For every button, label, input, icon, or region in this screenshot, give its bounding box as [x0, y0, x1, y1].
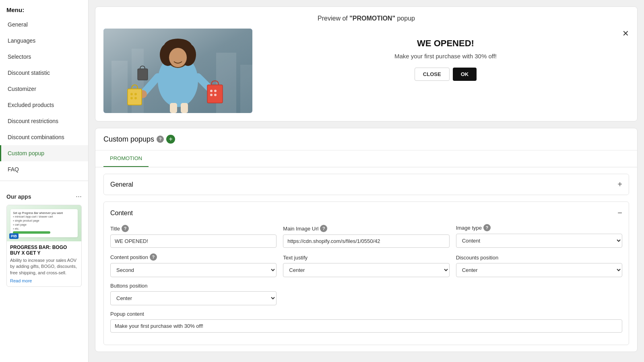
- content-position-group: Content position ? First Second Third: [110, 253, 277, 277]
- form-row-4: Popup content: [110, 311, 622, 333]
- title-label: Title ?: [110, 225, 277, 232]
- content-position-help-icon[interactable]: ?: [150, 253, 157, 261]
- section-title: Custom popups: [103, 135, 154, 144]
- preview-text-panel: ✕ WE OPENED! Make your first purchase wi…: [262, 29, 629, 81]
- custom-popups-section: Custom popups ? + PROMOTION General + Co…: [95, 128, 638, 352]
- main-image-url-label: Main Image Url ?: [283, 225, 449, 232]
- svg-point-22: [210, 90, 213, 92]
- app-name: PROGRESS BAR: BOGO BUY X GET Y: [10, 245, 78, 256]
- svg-rect-27: [170, 103, 177, 113]
- sidebar-item-general[interactable]: General: [0, 16, 88, 33]
- svg-rect-26: [138, 69, 148, 80]
- sidebar-divider: [0, 181, 88, 181]
- app-description: Ability to increase your sales AOV by ad…: [10, 257, 78, 276]
- image-type-select[interactable]: Content Background None: [456, 234, 622, 248]
- general-section-title: General: [110, 181, 133, 188]
- svg-rect-4: [240, 65, 252, 113]
- add-popup-button[interactable]: +: [166, 135, 175, 144]
- svg-rect-16: [128, 89, 142, 105]
- content-section-header: Content −: [110, 208, 622, 218]
- preview-close-x-button[interactable]: ✕: [622, 29, 629, 38]
- sidebar-item-faq[interactable]: FAQ: [0, 161, 88, 177]
- buttons-position-label: Buttons position: [110, 283, 277, 289]
- sidebar-item-discount-statistic[interactable]: Discount statistic: [0, 65, 88, 81]
- svg-point-23: [214, 90, 217, 92]
- content-section: Content − Title ? Main Image Url ?: [103, 202, 629, 345]
- svg-point-19: [130, 97, 133, 99]
- app-illustration: Set up Progress Bar wherever you want • …: [10, 209, 78, 237]
- main-content: Preview of "PROMOTION" popup: [89, 0, 644, 362]
- tab-promotion[interactable]: PROMOTION: [103, 150, 149, 167]
- general-expand-icon[interactable]: +: [617, 180, 622, 189]
- title-input[interactable]: [110, 234, 277, 248]
- image-type-label: Image type ?: [456, 224, 622, 231]
- form-row-2: Content position ? First Second Third Te…: [110, 253, 622, 277]
- preview-popup-subtitle: Make your first purchase with 30% off!: [262, 53, 629, 60]
- menu-label: Menu:: [0, 0, 88, 16]
- content-position-select[interactable]: First Second Third: [110, 263, 277, 277]
- apps-more-button[interactable]: ···: [76, 192, 82, 201]
- sidebar-item-customizer[interactable]: Customizer: [0, 81, 88, 97]
- preview-image: [103, 29, 252, 113]
- form-row-3: Buttons position Left Center Right: [110, 283, 622, 305]
- tabs-container: PROMOTION: [95, 150, 637, 167]
- main-image-url-help-icon[interactable]: ?: [320, 225, 327, 232]
- preview-buttons: CLOSE OK: [262, 68, 629, 81]
- discounts-position-select[interactable]: Left Center Right: [456, 263, 622, 277]
- text-justify-group: Text justify Left Center Right: [283, 255, 449, 277]
- section-help-icon[interactable]: ?: [157, 136, 164, 143]
- our-apps-title: Our apps: [6, 193, 31, 200]
- app-card-image: Set up Progress Bar wherever you want • …: [7, 205, 81, 241]
- svg-point-17: [130, 93, 133, 95]
- sidebar-item-selectors[interactable]: Selectors: [0, 49, 88, 65]
- read-more-link[interactable]: Read more: [10, 278, 78, 283]
- buttons-position-select[interactable]: Left Center Right: [110, 291, 277, 305]
- preview-popup-title: WE OPENED!: [262, 38, 629, 49]
- content-position-label: Content position ?: [110, 253, 277, 261]
- app-card: Set up Progress Bar wherever you want • …: [6, 205, 82, 287]
- our-apps-header: Our apps ···: [6, 192, 82, 201]
- sidebar-item-custom-popup[interactable]: Custom popup: [0, 145, 88, 161]
- sidebar-item-excluded-products[interactable]: Excluded products: [0, 97, 88, 113]
- progress-bar-visual: [13, 231, 50, 234]
- popup-content-label: Popup content: [110, 311, 622, 317]
- text-justify-label: Text justify: [283, 255, 449, 261]
- our-apps-section: Our apps ··· Set up Progress Bar whereve…: [0, 187, 88, 290]
- popup-content-group: Popup content: [110, 311, 622, 333]
- image-type-help-icon[interactable]: ?: [483, 224, 491, 231]
- sidebar-nav: General Languages Selectors Discount sta…: [0, 16, 88, 177]
- pib-badge: PIB: [9, 233, 19, 239]
- sidebar-item-discount-combinations[interactable]: Discount combinations: [0, 129, 88, 145]
- general-section: General +: [103, 174, 629, 195]
- preview-popup-content: WE OPENED! Make your first purchase with…: [262, 29, 629, 81]
- discounts-position-group: Discounts position Left Center Right: [456, 255, 622, 277]
- svg-point-18: [134, 93, 137, 95]
- section-header: Custom popups ? +: [95, 128, 637, 150]
- title-group: Title ?: [110, 225, 277, 248]
- preview-content: ✕ WE OPENED! Make your first purchase wi…: [103, 29, 629, 113]
- svg-rect-28: [181, 103, 188, 113]
- preview-card: Preview of "PROMOTION" popup: [95, 6, 638, 121]
- discounts-position-label: Discounts position: [456, 255, 622, 261]
- sidebar-item-discount-restrictions[interactable]: Discount restrictions: [0, 113, 88, 129]
- svg-point-11: [169, 48, 187, 67]
- content-collapse-icon[interactable]: −: [617, 208, 622, 218]
- svg-point-20: [134, 97, 137, 99]
- svg-rect-1: [111, 61, 128, 113]
- form-row-1: Title ? Main Image Url ? Image type ?: [110, 224, 622, 248]
- main-image-url-input[interactable]: [283, 234, 449, 248]
- shopping-lady-svg: [103, 29, 252, 113]
- general-section-header[interactable]: General +: [104, 174, 629, 195]
- sidebar: Menu: General Languages Selectors Discou…: [0, 0, 89, 362]
- preview-title: Preview of "PROMOTION" popup: [103, 15, 629, 22]
- svg-point-24: [210, 94, 213, 96]
- title-help-icon[interactable]: ?: [122, 225, 129, 232]
- sidebar-item-languages[interactable]: Languages: [0, 33, 88, 49]
- svg-rect-3: [216, 53, 236, 113]
- buttons-position-group: Buttons position Left Center Right: [110, 283, 277, 305]
- image-type-group: Image type ? Content Background None: [456, 224, 622, 248]
- text-justify-select[interactable]: Left Center Right: [283, 263, 449, 277]
- popup-content-input[interactable]: [110, 319, 622, 333]
- preview-close-button[interactable]: CLOSE: [415, 68, 450, 81]
- preview-ok-button[interactable]: OK: [453, 68, 477, 81]
